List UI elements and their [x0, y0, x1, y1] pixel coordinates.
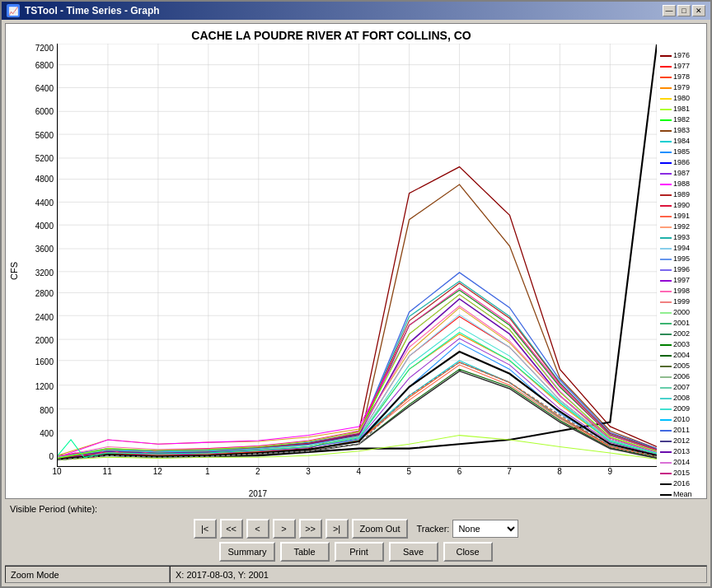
legend-label-1982: 1982	[673, 114, 690, 125]
chart-inner: CFS 7200 6800 6400 6000 5600 5200	[6, 44, 657, 498]
y-tick-1200: 1200	[35, 382, 54, 391]
legend-1993: 1993	[660, 232, 705, 243]
legend-line-1991	[660, 216, 672, 217]
legend-label-2015: 2015	[673, 468, 690, 478]
legend-line-1998	[660, 291, 672, 292]
legend-line-2000	[660, 312, 672, 314]
y-tick-6800: 6800	[35, 60, 54, 69]
legend-label-1996: 1996	[673, 264, 690, 275]
legend-label-1979: 1979	[673, 82, 690, 93]
legend-line-1990	[660, 205, 672, 207]
legend-line-1992	[660, 226, 672, 228]
legend-line-2004	[660, 355, 672, 357]
legend-label-2016: 2016	[673, 478, 690, 489]
nav-next-fast-button[interactable]: >>	[299, 519, 322, 539]
legend-1978: 1978	[660, 72, 705, 82]
legend-2003: 2003	[660, 339, 705, 350]
tracker-label: Tracker:	[416, 524, 449, 534]
legend-label-1988: 1988	[673, 179, 690, 189]
legend-line-1986	[660, 162, 672, 164]
tracker-dropdown[interactable]: None Mouse Nearest	[452, 520, 518, 538]
legend-label-1997: 1997	[673, 275, 690, 286]
x-tick-4: 4	[356, 467, 361, 476]
y-tick-2400: 2400	[35, 312, 54, 321]
nav-prev-fast-button[interactable]: <<	[220, 519, 243, 539]
visible-period-label: Visible Period (white):	[7, 502, 705, 516]
table-button[interactable]: Table	[280, 542, 330, 562]
y-axis-label: CFS	[6, 44, 22, 498]
legend-2012: 2012	[660, 436, 705, 446]
legend-1995: 1995	[660, 254, 705, 264]
legend-mean: Mean	[660, 489, 705, 498]
legend-line-1993	[660, 237, 672, 239]
legend-1996: 1996	[660, 264, 705, 275]
legend-line-1996	[660, 269, 672, 271]
title-bar: 📈 TSTool - Time Series - Graph — □ ✕	[2, 2, 710, 20]
legend-line-1995	[660, 259, 672, 260]
navigation-row: |< << < > >> >| Zoom Out Tracker: None M…	[7, 519, 705, 539]
maximize-button[interactable]: □	[677, 5, 691, 16]
legend-line-mean	[660, 494, 672, 496]
legend-2016: 2016	[660, 478, 705, 489]
y-tick-6400: 6400	[35, 83, 54, 92]
legend-label-2000: 2000	[673, 307, 690, 318]
legend-2008: 2008	[660, 393, 705, 404]
legend-label-1985: 1985	[673, 147, 690, 157]
legend-label-2007: 2007	[673, 382, 690, 393]
close-button-action[interactable]: Close	[443, 542, 493, 562]
legend-1998: 1998	[660, 286, 705, 296]
legend-line-1982	[660, 119, 672, 121]
legend-2009: 2009	[660, 404, 705, 414]
controls-section: Visible Period (white): |< << < > >> >| …	[5, 499, 707, 563]
legend-label-2003: 2003	[673, 339, 690, 350]
close-button[interactable]: ✕	[692, 5, 705, 16]
zoom-out-button[interactable]: Zoom Out	[352, 519, 409, 539]
summary-button[interactable]: Summary	[219, 542, 274, 562]
legend-label-2001: 2001	[673, 318, 690, 329]
save-button[interactable]: Save	[389, 542, 438, 562]
legend-2014: 2014	[660, 457, 705, 468]
legend-1983: 1983	[660, 125, 705, 136]
print-button[interactable]: Print	[335, 542, 384, 562]
legend-label-1977: 1977	[673, 61, 690, 72]
legend-label-1984: 1984	[673, 136, 690, 147]
y-tick-2000: 2000	[35, 335, 54, 344]
window-content: CACHE LA POUDRE RIVER AT FORT COLLINS, C…	[2, 20, 710, 586]
legend-label-2005: 2005	[673, 361, 690, 371]
legend-1992: 1992	[660, 222, 705, 232]
nav-prev-button[interactable]: <	[246, 519, 269, 539]
legend-1980: 1980	[660, 93, 705, 104]
legend-label-1986: 1986	[673, 157, 690, 168]
minimize-button[interactable]: —	[663, 5, 676, 16]
legend-line-1999	[660, 301, 672, 303]
nav-next-button[interactable]: >	[273, 519, 296, 539]
legend-line-2016	[660, 483, 672, 485]
legend-1999: 1999	[660, 296, 705, 307]
nav-last-button[interactable]: >|	[326, 519, 349, 539]
legend-line-2011	[660, 430, 672, 432]
chart-plot-area[interactable]	[57, 44, 657, 467]
legend-label-1992: 1992	[673, 222, 690, 232]
legend-line-2007	[660, 387, 672, 389]
legend-1984: 1984	[660, 136, 705, 147]
legend-line-1984	[660, 141, 672, 142]
legend-2002: 2002	[660, 329, 705, 339]
legend-label-2012: 2012	[673, 436, 690, 446]
chart-main: CACHE LA POUDRE RIVER AT FORT COLLINS, C…	[6, 24, 657, 498]
status-coordinates: X: 2017-08-03, Y: 2001	[170, 566, 707, 583]
legend-2010: 2010	[660, 414, 705, 425]
y-tick-800: 800	[40, 405, 54, 414]
legend-2011: 2011	[660, 425, 705, 436]
legend-label-mean: Mean	[673, 489, 692, 498]
legend-line-1978	[660, 77, 672, 78]
legend-1989: 1989	[660, 189, 705, 200]
legend-label-1978: 1978	[673, 72, 690, 82]
y-tick-4400: 4400	[35, 198, 54, 207]
legend-line-2014	[660, 462, 672, 464]
nav-first-button[interactable]: |<	[194, 519, 217, 539]
y-tick-3200: 3200	[35, 268, 54, 277]
x-tick-12: 12	[153, 467, 162, 476]
chart-area: CACHE LA POUDRE RIVER AT FORT COLLINS, C…	[5, 23, 707, 499]
legend-1977: 1977	[660, 61, 705, 72]
legend-line-1997	[660, 280, 672, 282]
